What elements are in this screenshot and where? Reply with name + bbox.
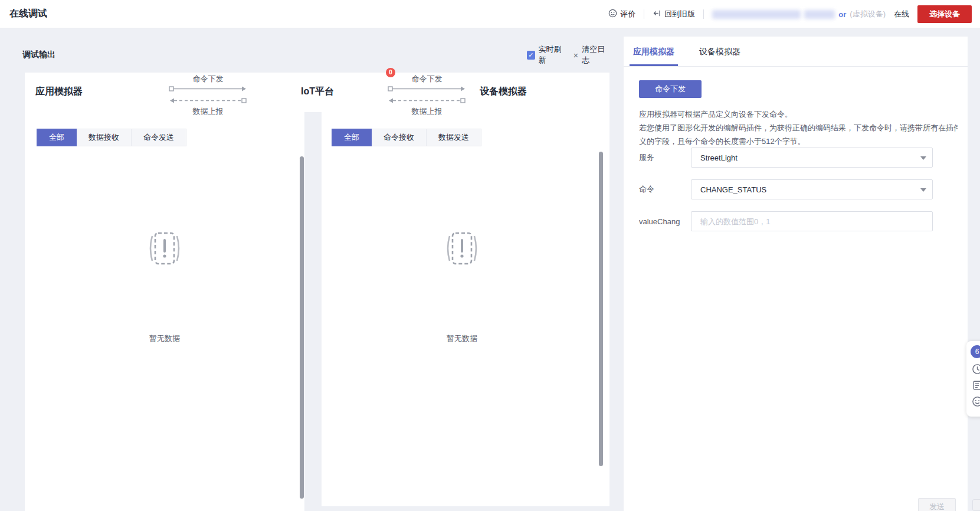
- tab-app-simulator[interactable]: 应用模拟器: [633, 47, 674, 57]
- tab-app-all[interactable]: 全部: [37, 129, 77, 146]
- no-data-icon: [441, 229, 483, 268]
- tab-device-all[interactable]: 全部: [332, 129, 372, 146]
- app-log-tabs: 全部 数据接收 命令发送: [37, 129, 186, 146]
- simulator-tabs: 应用模拟器 设备模拟器: [624, 37, 968, 67]
- device-name: or (虚拟设备): [712, 9, 886, 19]
- service-value: StreetLight: [700, 153, 738, 162]
- smiley-icon[interactable]: [972, 396, 980, 407]
- back-to-top-button[interactable]: [972, 499, 980, 511]
- column2-bottom-gap: [322, 506, 609, 511]
- param-input[interactable]: [700, 217, 916, 226]
- smiley-icon: [608, 9, 617, 19]
- clear-log-icon[interactable]: ×: [573, 50, 578, 60]
- empty-text: 暂无数据: [117, 333, 212, 344]
- command-value: CHANGE_STATUS: [700, 185, 766, 194]
- redacted-device-name: [804, 10, 835, 19]
- device-log-scrollbar[interactable]: [599, 152, 603, 466]
- redacted-device-name: [712, 10, 801, 19]
- description-line: 义的字段，且每个命令的长度需小于512个字节。: [639, 135, 958, 148]
- chevron-down-icon: [920, 156, 926, 160]
- command-label: 命令: [639, 184, 691, 195]
- divider: [644, 9, 644, 19]
- command-down-label: 命令下发: [388, 74, 466, 84]
- message-count-badge[interactable]: 6: [971, 345, 980, 358]
- data-up-label: 数据上报: [169, 106, 247, 117]
- feedback-label: 评价: [620, 9, 635, 19]
- command-down-label: 命令下发: [169, 74, 247, 84]
- clock-icon[interactable]: [972, 363, 980, 375]
- device-simulator-node: 设备模拟器: [480, 86, 527, 98]
- tab-app-command-sent[interactable]: 命令发送: [132, 129, 186, 146]
- device-status-badge: 在线: [894, 9, 909, 19]
- device-name-suffix: or: [838, 10, 846, 19]
- panel-description: 应用模拟器可根据产品定义向设备下发命令。 若您使用了图形化开发的编解码插件，为获…: [639, 107, 958, 148]
- device-log-empty-state: 暂无数据: [415, 229, 509, 344]
- arrows-graphic: [169, 84, 247, 104]
- send-button[interactable]: 发送: [918, 498, 956, 511]
- column-divider: [304, 112, 322, 511]
- simulator-panel: 应用模拟器 设备模拟器 命令下发 应用模拟器可根据产品定义向设备下发命令。 若您…: [624, 37, 968, 511]
- top-header-bar: 在线调试 评价 回到旧版 or (虚拟设备) 在线 选择设备: [0, 0, 980, 28]
- tab-device-simulator[interactable]: 设备模拟器: [699, 47, 740, 57]
- document-icon[interactable]: [972, 380, 980, 391]
- empty-text: 暂无数据: [415, 333, 509, 344]
- tab-device-data-sent[interactable]: 数据发送: [427, 129, 481, 146]
- clear-log-button[interactable]: 清空日志: [582, 44, 609, 65]
- app-log-scrollbar[interactable]: [300, 156, 304, 499]
- app-simulator-node: 应用模拟器: [35, 86, 83, 98]
- app-log-empty-state: 暂无数据: [117, 229, 212, 344]
- connector-platform-device: 命令下发 数据上报: [388, 74, 466, 117]
- flow-diagram: 应用模拟器 命令下发 数据上报 IoT平台 0 命令下发 数据上报 设备模拟器: [25, 73, 609, 112]
- data-up-label: 数据上报: [388, 106, 466, 117]
- back-to-old-version-button[interactable]: 回到旧版: [653, 9, 695, 19]
- iot-platform-node: IoT平台: [247, 86, 388, 98]
- select-device-button[interactable]: 选择设备: [917, 5, 972, 23]
- param-input-wrap: [691, 211, 933, 231]
- param-label: valueChang: [639, 217, 691, 226]
- feedback-button[interactable]: 评价: [608, 9, 635, 19]
- chevron-down-icon: [920, 188, 926, 192]
- back-to-old-label: 回到旧版: [664, 9, 695, 19]
- debug-output-title: 调试输出: [22, 50, 55, 60]
- realtime-refresh-label: 实时刷新: [539, 44, 566, 65]
- service-label: 服务: [639, 152, 691, 163]
- command-select[interactable]: CHANGE_STATUS: [691, 179, 933, 199]
- page-title: 在线调试: [9, 8, 47, 20]
- tab-device-command-received[interactable]: 命令接收: [372, 129, 427, 146]
- description-line: 若您使用了图形化开发的编解码插件，为获得正确的编码结果，下发命令时，请携带所有在…: [639, 121, 958, 135]
- no-data-icon: [144, 229, 185, 268]
- floating-toolbar: 6: [966, 341, 980, 417]
- divider: [703, 9, 704, 19]
- device-log-tabs: 全部 命令接收 数据发送: [332, 129, 481, 146]
- service-select[interactable]: StreetLight: [691, 148, 933, 168]
- device-type-label: (虚拟设备): [850, 9, 886, 19]
- notification-badge: 0: [386, 68, 395, 77]
- arrows-graphic: [388, 84, 466, 104]
- return-arrow-icon: [653, 9, 661, 19]
- command-delivery-button[interactable]: 命令下发: [639, 80, 702, 98]
- connector-app-platform: 命令下发 数据上报: [169, 74, 247, 117]
- description-line: 应用模拟器可根据产品定义向设备下发命令。: [639, 107, 958, 121]
- realtime-refresh-checkbox[interactable]: ✓: [527, 51, 535, 60]
- tab-app-data-received[interactable]: 数据接收: [77, 129, 132, 146]
